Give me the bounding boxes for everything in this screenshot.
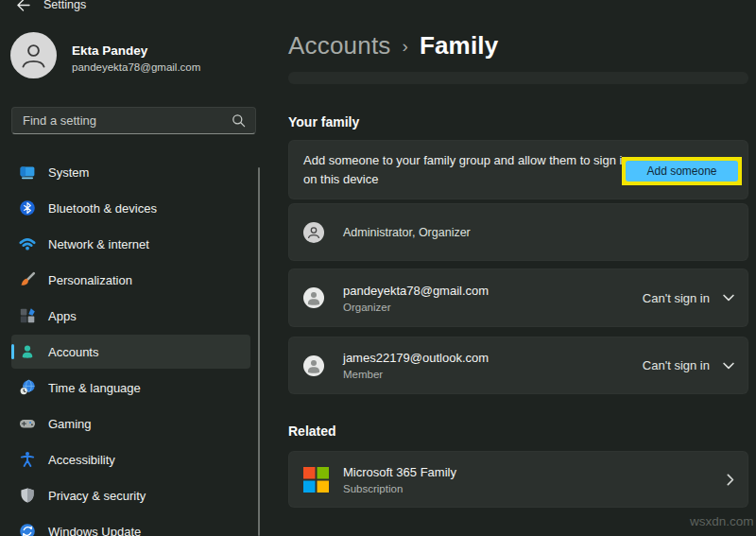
- system-icon: [19, 164, 36, 181]
- family-member-row[interactable]: james22179@outlook.com Member Can't sign…: [288, 337, 748, 394]
- page-title: Family: [420, 31, 499, 61]
- accounts-icon: [19, 343, 36, 360]
- related-item-subtitle: Subscription: [343, 483, 456, 494]
- time-language-icon: [19, 379, 36, 396]
- add-someone-description: Add someone to your family group and all…: [303, 150, 634, 189]
- sidebar-item-accounts[interactable]: Accounts: [11, 335, 250, 369]
- main-content: Accounts › Family Your family Add someon…: [274, 0, 756, 536]
- sidebar-item-gaming[interactable]: Gaming: [11, 406, 250, 441]
- chevron-right-icon: [727, 474, 734, 486]
- selected-indicator-pill: [11, 344, 14, 359]
- personalization-icon: [19, 271, 36, 288]
- sidebar-item-network-internet[interactable]: Network & internet: [11, 227, 250, 261]
- microsoft-365-family-row[interactable]: Microsoft 365 Family Subscription: [288, 451, 748, 508]
- section-related: Related: [288, 424, 336, 439]
- sidebar-item-bluetooth-devices[interactable]: Bluetooth & devices: [11, 191, 250, 225]
- member-title: Administrator, Organizer: [343, 226, 471, 239]
- bluetooth-icon: [19, 199, 36, 216]
- family-member-row[interactable]: pandeyekta78@gmail.com Organizer Can't s…: [288, 268, 748, 327]
- windows-update-icon: [19, 523, 36, 536]
- breadcrumb: Accounts › Family: [288, 31, 498, 61]
- sidebar-item-windows-update[interactable]: Windows Update: [11, 514, 250, 536]
- sidebar-item-personalization[interactable]: Personalization: [11, 263, 250, 297]
- sidebar: Ekta Pandey pandeyekta78@gmail.com Syste…: [0, 0, 274, 536]
- chevron-down-icon[interactable]: [723, 362, 734, 370]
- sidebar-item-label: Gaming: [48, 417, 92, 431]
- sidebar-item-label: Personalization: [48, 273, 132, 287]
- sidebar-item-label: Accounts: [48, 345, 98, 359]
- sidebar-scrollbar[interactable]: [258, 167, 260, 536]
- family-member-row: Administrator, Organizer: [288, 203, 748, 261]
- section-your-family: Your family: [288, 114, 359, 130]
- sidebar-item-label: System: [48, 165, 89, 180]
- sidebar-item-label: Bluetooth & devices: [48, 201, 157, 216]
- accessibility-icon: [19, 451, 36, 468]
- person-filled-avatar-icon: [303, 287, 324, 308]
- privacy-security-icon: [19, 487, 36, 504]
- microsoft-logo-icon: [303, 467, 329, 493]
- gaming-icon: [19, 415, 36, 432]
- sidebar-item-label: Network & internet: [48, 237, 149, 251]
- network-icon: [19, 235, 36, 252]
- related-item-title: Microsoft 365 Family: [343, 465, 456, 479]
- add-someone-card: Add someone to your family group and all…: [288, 140, 748, 199]
- sidebar-item-accessibility[interactable]: Accessibility: [11, 442, 250, 476]
- member-title: james22179@outlook.com: [343, 351, 489, 365]
- add-someone-button[interactable]: Add someone: [626, 161, 738, 182]
- apps-icon: [19, 307, 36, 324]
- breadcrumb-parent[interactable]: Accounts: [288, 31, 391, 61]
- member-status: Can't sign in: [643, 291, 710, 305]
- chevron-down-icon[interactable]: [723, 294, 734, 302]
- sidebar-item-label: Time & language: [48, 381, 141, 395]
- member-status: Can't sign in: [643, 358, 710, 372]
- member-title: pandeyekta78@gmail.com: [343, 284, 489, 298]
- annotation-highlight: Add someone: [622, 157, 742, 185]
- sidebar-item-time-language[interactable]: Time & language: [11, 371, 250, 405]
- sidebar-item-apps[interactable]: Apps: [11, 299, 250, 333]
- sidebar-item-label: Windows Update: [48, 525, 141, 536]
- sidebar-item-label: Privacy & security: [48, 489, 146, 503]
- scrolled-card-edge: [288, 72, 748, 84]
- watermark: wsxdn.com: [690, 514, 754, 528]
- settings-window: Settings Ekta Pandey pandeyekta78@gmail.…: [0, 0, 756, 536]
- sidebar-item-label: Accessibility: [48, 453, 115, 467]
- person-outline-avatar-icon: [303, 222, 324, 243]
- sidebar-item-system[interactable]: System: [11, 155, 250, 189]
- breadcrumb-separator-icon: ›: [403, 36, 408, 57]
- sidebar-nav: System Bluetooth & devices Network & int…: [0, 0, 274, 536]
- sidebar-item-label: Apps: [48, 309, 77, 323]
- sidebar-item-privacy-security[interactable]: Privacy & security: [11, 478, 250, 512]
- person-filled-avatar-icon: [303, 355, 324, 376]
- member-role: Member: [343, 369, 489, 380]
- member-role: Organizer: [343, 302, 489, 313]
